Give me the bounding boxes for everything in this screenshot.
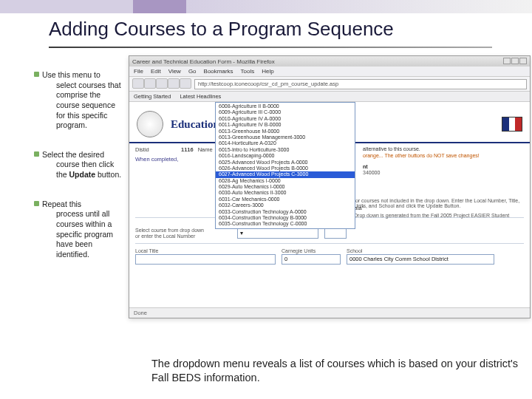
district-id-label: Distid	[135, 146, 177, 153]
instruction-1-first: Use this menu to	[42, 70, 100, 79]
or-local-label: or enter the Local Number	[135, 233, 231, 239]
carnegie-input[interactable]: 0	[282, 254, 341, 265]
school-select[interactable]: 0000 Charles City Comm School District	[347, 254, 494, 265]
instruction-3: Repeat this process until all courses wi…	[34, 200, 126, 260]
dropdown-option[interactable]: 6008-Agriculture II B-0000	[216, 103, 355, 109]
window-title: Career and Technical Education Form - Mo…	[132, 58, 275, 65]
menu-edit[interactable]: Edit	[151, 68, 161, 75]
menu-go[interactable]: Go	[188, 68, 197, 75]
course-dropdown[interactable]: 6008-Agriculture II B-00006009-Agricultu…	[215, 102, 355, 229]
when-completed-text: When completed,	[135, 156, 178, 163]
state-seal-icon	[137, 111, 163, 137]
slide-footer-note: The dropdown menu reveals a list of cour…	[151, 357, 528, 385]
dropdown-option[interactable]: 6029-Auto Mechanics I-0000	[216, 184, 355, 190]
file-input[interactable]	[324, 228, 347, 239]
iowa-flag-icon	[502, 117, 522, 132]
dropdown-option[interactable]: 6013-Greenhouse Management-3000	[216, 134, 355, 140]
dropdown-option[interactable]: 6013-Greenhouse M-0000	[216, 129, 355, 134]
dropdown-option[interactable]: 6033-Construction Technology A-0000	[216, 209, 355, 215]
address-bar[interactable]: http://testcoop.iconecoop/csr_cd_pm_cour…	[194, 79, 527, 89]
dropdown-option[interactable]: 6010-Agriculture IV A-0000	[216, 116, 355, 122]
instruction-sidebar: Use this menu to select courses that com…	[34, 70, 126, 279]
carnegie-label: Carnegie Units	[282, 248, 341, 253]
browser-status-bar: Done	[129, 307, 530, 318]
dropdown-option[interactable]: 6009-Agriculture III C-0000	[216, 109, 355, 115]
dropdown-option[interactable]: 6025-Advanced Wood Projects A-0000	[216, 160, 355, 166]
bookmarks-bar: Getting Started Latest Headlines	[129, 92, 530, 102]
browser-toolbar: http://testcoop.iconecoop/csr_cd_pm_cour…	[129, 77, 530, 92]
page-content: Education Distid 1116 Name Charles City …	[129, 102, 530, 307]
bullet-icon	[34, 201, 39, 206]
dropdown-option[interactable]: 6014-Horticulture A-0320	[216, 140, 355, 146]
bullet-icon	[34, 72, 39, 77]
dropdown-option[interactable]: 6027-Advanced Wood Projects C-3000	[216, 171, 355, 177]
bookmark-latest-headlines[interactable]: Latest Headlines	[180, 93, 221, 100]
bullet-icon	[34, 151, 39, 157]
dropdown-option[interactable]: 6034-Construction Technology B-0000	[216, 215, 355, 221]
right-hints: alternative to this course. orange... Th…	[363, 146, 525, 177]
menu-file[interactable]: File	[134, 68, 143, 75]
instruction-2: Select the desired course then click the…	[34, 150, 126, 180]
page-heading: Education	[171, 118, 219, 131]
slide-accent-bar	[0, 0, 532, 13]
instruction-3-first: Repeat this	[42, 200, 81, 208]
dropdown-option[interactable]: 6016-Landscaping-0000	[216, 153, 355, 159]
slide-title: Adding Courses to a Program Sequence	[0, 13, 532, 47]
dropdown-option[interactable]: 6011-Agriculture IV B-0000	[216, 122, 355, 128]
dropdown-option[interactable]: 6035-Construction Technology C-0000	[216, 221, 355, 227]
menu-view[interactable]: View	[168, 68, 181, 75]
browser-menubar: File Edit View Go Bookmarks Tools Help	[129, 66, 530, 77]
right-note: for courses not included in the drop dow…	[354, 198, 524, 218]
dropdown-option[interactable]: 6028-Ag Mechanics I-0000	[216, 178, 355, 184]
dropdown-option[interactable]: 6015-Intro to Horticulture-3000	[216, 147, 355, 153]
menu-tools[interactable]: Tools	[241, 68, 255, 75]
instruction-1: Use this menu to select courses that com…	[34, 70, 126, 131]
menu-bookmarks[interactable]: Bookmarks	[204, 68, 233, 75]
instruction-2-first: Select the desired	[42, 150, 104, 159]
instruction-3-rest: process until all courses within a speci…	[34, 209, 126, 259]
local-title-input[interactable]	[135, 254, 276, 265]
dropdown-option[interactable]: 6030-Auto Mechanics II-3000	[216, 190, 355, 196]
dropdown-option[interactable]: 6026-Advanced Wood Projects B-0000	[216, 166, 355, 171]
dropdown-option[interactable]: 6032-Careers-3000	[216, 202, 355, 208]
window-buttons[interactable]	[502, 58, 527, 66]
menu-help[interactable]: Help	[262, 68, 273, 75]
instruction-1-rest: select courses that comprise the course …	[34, 81, 126, 131]
school-label: School	[347, 248, 494, 253]
district-id-value: 1116	[181, 146, 194, 153]
slide-body: Use this menu to select courses that com…	[0, 48, 532, 395]
local-title-label: Local Title	[135, 248, 276, 253]
nav-buttons[interactable]	[132, 78, 191, 90]
browser-window: Career and Technical Education Form - Mo…	[129, 55, 531, 318]
dropdown-option[interactable]: 6031-Car Mechanics-0000	[216, 197, 355, 202]
field-row-2: Local Title Carnegie Units 0 School 0000…	[135, 248, 524, 265]
bookmark-getting-started[interactable]: Getting Started	[134, 93, 171, 100]
manual-select[interactable]: ▾	[237, 228, 318, 239]
browser-titlebar: Career and Technical Education Form - Mo…	[129, 56, 530, 66]
instruction-2-rest: course then click the Update button.	[34, 160, 126, 180]
